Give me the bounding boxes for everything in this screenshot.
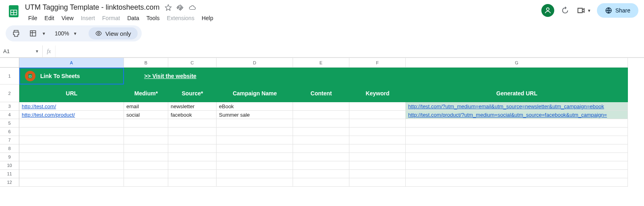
filter-views-button[interactable]: ▼ xyxy=(27,27,47,40)
row-header-8[interactable]: 8 xyxy=(0,144,19,153)
empty-cell[interactable] xyxy=(168,128,217,136)
empty-cell[interactable] xyxy=(217,136,293,144)
empty-cell[interactable] xyxy=(168,161,217,170)
select-all-corner[interactable] xyxy=(0,58,19,68)
star-icon[interactable] xyxy=(165,4,172,11)
empty-cell[interactable] xyxy=(349,178,406,187)
empty-cell[interactable] xyxy=(19,170,124,178)
empty-cell[interactable] xyxy=(168,119,217,128)
empty-cell[interactable] xyxy=(349,161,406,170)
empty-cell[interactable] xyxy=(124,170,168,178)
empty-cell[interactable] xyxy=(124,119,168,128)
cell-campaign[interactable]: Summer sale xyxy=(217,111,293,119)
move-icon[interactable] xyxy=(177,4,184,11)
cell-medium[interactable]: social xyxy=(124,111,168,119)
row-header-6[interactable]: 6 xyxy=(0,128,19,136)
cell-source[interactable]: newsletter xyxy=(168,102,217,111)
empty-cell[interactable] xyxy=(293,178,349,187)
empty-cell[interactable] xyxy=(349,153,406,161)
cell-keyword[interactable] xyxy=(349,111,406,119)
row-header-4[interactable]: 4 xyxy=(0,111,19,119)
account-avatar[interactable] xyxy=(541,4,554,17)
empty-cell[interactable] xyxy=(349,144,406,153)
cell-campaign[interactable]: eBook xyxy=(217,102,293,111)
col-header-B[interactable]: B xyxy=(124,58,168,68)
empty-cell[interactable] xyxy=(217,119,293,128)
empty-cell[interactable] xyxy=(19,128,124,136)
cell-url[interactable]: http://test.com/ xyxy=(19,102,124,111)
empty-cell[interactable] xyxy=(293,161,349,170)
empty-cell[interactable] xyxy=(168,170,217,178)
empty-cell[interactable] xyxy=(293,136,349,144)
cell-medium[interactable]: email xyxy=(124,102,168,111)
menu-tools[interactable]: Tools xyxy=(143,13,163,23)
doc-title[interactable]: UTM Tagging Template - linktosheets.com xyxy=(25,3,160,12)
empty-cell[interactable] xyxy=(406,153,628,161)
empty-cell[interactable] xyxy=(406,136,628,144)
empty-cell[interactable] xyxy=(406,119,628,128)
col-header-F[interactable]: F xyxy=(349,58,406,68)
share-button[interactable]: Share xyxy=(597,3,638,18)
row-header-12[interactable]: 12 xyxy=(0,178,19,187)
col-header-E[interactable]: E xyxy=(293,58,349,68)
menu-edit[interactable]: Edit xyxy=(41,13,58,23)
row-header-9[interactable]: 9 xyxy=(0,153,19,161)
empty-cell[interactable] xyxy=(19,178,124,187)
cell-generated-url[interactable]: http://test.com/?utm_medium=email&utm_so… xyxy=(406,102,628,111)
row-header-2[interactable]: 2 xyxy=(0,84,19,102)
name-box[interactable]: A1 ▼ xyxy=(0,45,43,57)
menu-help[interactable]: Help xyxy=(198,13,217,23)
empty-cell[interactable] xyxy=(217,144,293,153)
empty-cell[interactable] xyxy=(293,119,349,128)
menu-data[interactable]: Data xyxy=(124,13,142,23)
empty-cell[interactable] xyxy=(406,161,628,170)
menu-view[interactable]: View xyxy=(58,13,77,23)
empty-cell[interactable] xyxy=(168,178,217,187)
empty-cell[interactable] xyxy=(19,161,124,170)
empty-cell[interactable] xyxy=(19,153,124,161)
empty-cell[interactable] xyxy=(217,170,293,178)
empty-cell[interactable] xyxy=(217,153,293,161)
empty-cell[interactable] xyxy=(124,136,168,144)
row-header-11[interactable]: 11 xyxy=(0,170,19,178)
cloud-status-icon[interactable] xyxy=(189,4,196,11)
meet-button[interactable]: ▼ xyxy=(576,5,591,16)
empty-cell[interactable] xyxy=(168,153,217,161)
empty-cell[interactable] xyxy=(349,170,406,178)
cell-content[interactable] xyxy=(293,111,349,119)
empty-cell[interactable] xyxy=(406,170,628,178)
col-header-A[interactable]: A xyxy=(19,58,124,68)
menu-file[interactable]: File xyxy=(25,13,41,23)
print-icon[interactable] xyxy=(10,27,23,40)
sheets-app-icon[interactable] xyxy=(6,3,22,19)
formula-input[interactable] xyxy=(56,45,644,57)
empty-cell[interactable] xyxy=(19,119,124,128)
empty-cell[interactable] xyxy=(349,136,406,144)
col-header-G[interactable]: G xyxy=(406,58,628,68)
cell-url[interactable]: http://test.com/product/ xyxy=(19,111,124,119)
history-icon[interactable] xyxy=(560,5,570,16)
empty-cell[interactable] xyxy=(217,161,293,170)
empty-cell[interactable] xyxy=(168,136,217,144)
empty-cell[interactable] xyxy=(124,128,168,136)
spreadsheet-grid[interactable]: ABCDEFG1Link To Sheets>> Visit the websi… xyxy=(0,58,644,187)
cell-generated-url[interactable]: http://test.com/product/?utm_medium=soci… xyxy=(406,111,628,119)
row-header-7[interactable]: 7 xyxy=(0,136,19,144)
empty-cell[interactable] xyxy=(124,153,168,161)
empty-cell[interactable] xyxy=(19,144,124,153)
empty-cell[interactable] xyxy=(293,170,349,178)
empty-cell[interactable] xyxy=(406,144,628,153)
row-header-1[interactable]: 1 xyxy=(0,68,19,84)
empty-cell[interactable] xyxy=(124,161,168,170)
view-only-chip[interactable]: View only xyxy=(89,27,138,39)
zoom-select[interactable]: 100% ▼ xyxy=(52,30,82,37)
empty-cell[interactable] xyxy=(349,119,406,128)
empty-cell[interactable] xyxy=(217,128,293,136)
empty-cell[interactable] xyxy=(293,144,349,153)
row-header-5[interactable]: 5 xyxy=(0,119,19,128)
cell-keyword[interactable] xyxy=(349,102,406,111)
empty-cell[interactable] xyxy=(168,144,217,153)
empty-cell[interactable] xyxy=(293,128,349,136)
col-header-D[interactable]: D xyxy=(217,58,293,68)
empty-cell[interactable] xyxy=(293,153,349,161)
